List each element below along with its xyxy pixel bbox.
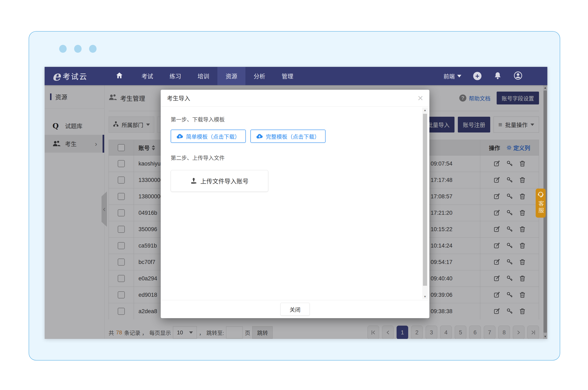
cloud-download-icon bbox=[177, 134, 183, 139]
window-dot bbox=[59, 45, 67, 53]
app-window: e 考试云 考试 练习 培训 资源 分析 管理 前端 bbox=[45, 67, 547, 339]
customer-service-label: 客服 bbox=[537, 201, 544, 214]
logo-text: 考试云 bbox=[63, 71, 88, 81]
scrollbar-thumb[interactable] bbox=[423, 114, 427, 286]
logo-e-icon: e bbox=[52, 70, 61, 82]
user-menu[interactable]: 前端 bbox=[444, 72, 461, 80]
nav-tab-label: 培训 bbox=[197, 72, 209, 80]
full-template-download-button[interactable]: 完整模板（点击下载） bbox=[250, 130, 325, 143]
scroll-down-arrow[interactable]: ▼ bbox=[422, 295, 428, 298]
add-button[interactable]: + bbox=[473, 72, 482, 80]
nav-tab-analysis[interactable]: 分析 bbox=[245, 67, 273, 85]
nav-tab-home[interactable] bbox=[105, 67, 133, 85]
modal-header: 考生导入 × bbox=[161, 90, 429, 106]
nav-tab-label: 管理 bbox=[281, 72, 293, 80]
modal-title: 考生导入 bbox=[167, 94, 190, 102]
window-dots bbox=[59, 45, 96, 53]
modal-footer: 关闭 bbox=[161, 300, 429, 318]
step2-label: 第二步、上传导入文件 bbox=[171, 154, 420, 161]
nav-right: 前端 + bbox=[444, 72, 522, 80]
nav-tab-label: 考试 bbox=[141, 72, 153, 80]
nav-tab-label: 分析 bbox=[254, 72, 265, 80]
modal-body: 第一步、下载导入模板 简单模板（点击下载） 完整模板（点击下载） 第二步、上传导… bbox=[161, 106, 420, 300]
step1-label: 第一步、下载导入模板 bbox=[171, 115, 420, 123]
nav-tab-exam[interactable]: 考试 bbox=[133, 67, 161, 85]
notifications-button[interactable] bbox=[493, 72, 502, 80]
nav-tabs: 考试 练习 培训 资源 分析 管理 bbox=[105, 67, 302, 85]
nav-tab-management[interactable]: 管理 bbox=[273, 67, 302, 85]
modal-scrollbar[interactable]: ▲ ▼ bbox=[422, 107, 428, 299]
cloud-download-icon bbox=[256, 134, 263, 139]
modal-close-button[interactable]: 关闭 bbox=[280, 303, 310, 316]
nav-tab-label: 资源 bbox=[226, 72, 237, 80]
nav-tab-label: 练习 bbox=[169, 72, 181, 80]
user-circle-icon bbox=[514, 71, 522, 81]
bell-icon bbox=[494, 71, 502, 81]
window-dot bbox=[89, 45, 96, 53]
upload-icon bbox=[190, 177, 197, 184]
simple-template-label: 简单模板（点击下载） bbox=[186, 133, 240, 140]
headset-icon bbox=[537, 191, 544, 199]
user-menu-label: 前端 bbox=[444, 72, 455, 80]
home-icon bbox=[116, 72, 123, 80]
account-button[interactable] bbox=[514, 72, 522, 80]
examinee-import-modal: 考生导入 × 第一步、下载导入模板 简单模板（点击下载） 完整模板（点击下载） bbox=[161, 90, 429, 318]
plus-circle-icon: + bbox=[473, 72, 482, 80]
window-dot bbox=[74, 45, 82, 53]
full-template-label: 完整模板（点击下载） bbox=[266, 133, 320, 140]
chevron-down-icon bbox=[457, 75, 461, 77]
navbar: e 考试云 考试 练习 培训 资源 分析 管理 前端 bbox=[45, 67, 547, 85]
nav-tab-resources[interactable]: 资源 bbox=[217, 67, 245, 85]
browser-card: e 考试云 考试 练习 培训 资源 分析 管理 前端 bbox=[29, 31, 560, 360]
scroll-up-arrow[interactable]: ▲ bbox=[422, 108, 428, 112]
app-body: 资源 Q 试题库 考生 › ‹ bbox=[45, 85, 547, 339]
app-logo: e 考试云 bbox=[52, 70, 88, 82]
nav-tab-training[interactable]: 培训 bbox=[189, 67, 217, 85]
customer-service-button[interactable]: 客服 bbox=[536, 189, 546, 218]
simple-template-download-button[interactable]: 简单模板（点击下载） bbox=[171, 130, 246, 143]
close-icon[interactable]: × bbox=[417, 94, 423, 102]
upload-file-button[interactable]: 上传文件导入账号 bbox=[171, 170, 268, 192]
nav-tab-practice[interactable]: 练习 bbox=[161, 67, 189, 85]
upload-button-label: 上传文件导入账号 bbox=[200, 177, 249, 185]
template-buttons: 简单模板（点击下载） 完整模板（点击下载） bbox=[171, 130, 420, 143]
